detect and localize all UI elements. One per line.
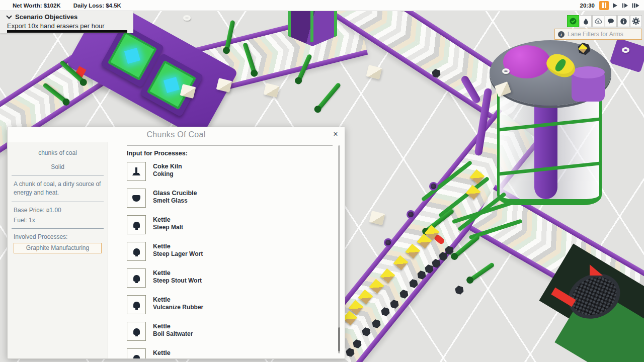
check-circle-icon [569,17,577,25]
process-list-item[interactable]: Kettle Steep Lager Wort [127,242,333,261]
input-for-processes-header: Input for Processes: [127,150,333,157]
process-machine-name: Kettle [153,323,193,330]
scrollbar-track[interactable] [338,145,340,353]
play-button[interactable] [610,1,619,10]
process-list-item[interactable]: Kettle Steep Malt [127,215,333,234]
info-icon: i [558,31,565,38]
white-crate[interactable] [369,211,385,225]
process-name: Smelt Glass [153,197,197,205]
top-hud-bar: Net Worth: $102K Daily Loss: $4.5K 20:30 [0,0,644,11]
process-machine-name: Coke Kiln [153,163,182,170]
divider [12,175,104,175]
process-list-item[interactable]: Glass Crucible Smelt Glass [127,189,333,208]
coal-chunk[interactable] [454,285,465,296]
info-button[interactable] [617,15,629,27]
belt-wheel [384,238,392,247]
scrollbar-thumb[interactable] [338,327,340,351]
droplet-icon [582,18,590,25]
gear-icon [632,17,640,25]
item-base-price: Base Price: ¤1.00 [14,207,102,214]
pause-button[interactable] [599,1,609,10]
process-list-item[interactable]: Kettle Vulcanize Rubber [127,295,333,314]
objectives-title[interactable]: Scenario Objectives [15,13,77,21]
robot-arm[interactable] [467,262,495,283]
process-name: Steep Stout Wort [153,277,202,285]
item-dialog: Chunks Of Coal × chunks of coal Solid A … [7,127,345,359]
process-machine-name: Kettle [153,349,171,357]
machine-icon[interactable] [127,215,146,234]
divider [12,202,104,202]
divider [12,228,104,229]
toolbar-tooltip: i Lane Filters for Arms [554,29,642,40]
close-button[interactable]: × [331,129,341,139]
process-list-item[interactable]: Kettle Steep Stout Wort [127,268,333,288]
item-state: Solid [14,163,102,170]
process-name: Steep Malt [153,224,183,231]
involved-processes-label: Involved Processes: [14,233,102,240]
process-name: Boil Saltwater [153,330,193,338]
net-worth: Net Worth: $102K [13,3,61,9]
process-list-item[interactable]: Coke Kiln Coking [127,162,333,181]
chat-button[interactable] [605,15,617,27]
machine-icon[interactable] [127,348,146,359]
divider [127,145,333,146]
process-list-item[interactable]: Kettle [127,348,333,359]
objective-text: Export 10x hand erasers per hour [7,22,133,30]
process-machine-name: Kettle [153,296,203,304]
item-detail-panel: chunks of coal Solid A chunk of coal, a … [8,142,108,358]
lane-filters-button[interactable] [567,15,579,27]
process-list: Coke Kiln Coking Glass Crucible Smelt Gl… [127,162,333,359]
purple-cylinder[interactable] [572,70,605,102]
process-machine-name: Kettle [153,216,183,224]
fluids-button[interactable] [580,15,592,27]
pause-icon [602,3,607,8]
white-crate[interactable] [366,65,382,79]
hand-eraser-item[interactable] [183,15,191,21]
scenario-objectives-panel: Scenario Objectives Export 10x hand eras… [0,11,133,33]
belt-wheel [429,182,438,191]
process-name: Vulcanize Rubber [153,304,203,311]
machine-icon[interactable] [127,189,146,208]
machine-icon[interactable] [127,322,146,341]
hand-eraser-item[interactable] [622,47,629,53]
daily-loss: Daily Loss: $4.5K [73,3,121,9]
fast-forward-icon [622,3,628,9]
involved-process-button[interactable]: Graphite Manufacturing [14,243,102,253]
machine-icon[interactable] [127,162,146,181]
cloud-button[interactable] [592,15,604,27]
magenta-dome[interactable] [503,45,550,78]
dialog-title: Chunks Of Coal [8,127,345,142]
process-name: Coking [153,170,182,178]
tooltip-text: Lane Filters for Arms [568,31,623,38]
white-crate[interactable] [264,83,280,98]
fastest-forward-icon [632,3,639,9]
process-list-item[interactable]: Kettle Boil Saltwater [127,322,333,341]
settings-button[interactable] [630,15,642,27]
cloud-icon [594,17,602,25]
machine-icon[interactable] [127,295,146,314]
process-machine-name: Glass Crucible [153,190,197,197]
game-clock: 20:30 [580,3,595,9]
objective-progress-bar [7,30,127,33]
fast-forward-button[interactable] [620,1,630,10]
machine-icon[interactable] [127,242,146,261]
process-machine-name: Kettle [153,269,202,277]
info-icon [620,18,627,25]
belt-wheel [407,210,415,219]
item-fuel-value: Fuel: 1x [14,217,102,224]
process-list-panel[interactable]: Input for Processes: Coke Kiln Coking Gl… [115,142,345,358]
play-icon [612,3,618,9]
robot-arm[interactable] [315,82,342,112]
chat-bubble-icon [607,17,615,25]
process-machine-name: Kettle [153,243,203,250]
overlay-toolbar [567,15,642,27]
item-description: A chunk of coal, a dirty source of energ… [14,180,102,197]
hand-eraser-item[interactable] [502,68,510,74]
item-name: chunks of coal [14,149,102,156]
chevron-down-icon[interactable] [6,13,12,19]
purple-machine[interactable] [610,38,644,72]
playback-controls: 20:30 [580,1,641,10]
process-name: Steep Lager Wort [153,250,203,258]
machine-icon[interactable] [127,268,146,288]
fastest-forward-button[interactable] [631,1,640,10]
